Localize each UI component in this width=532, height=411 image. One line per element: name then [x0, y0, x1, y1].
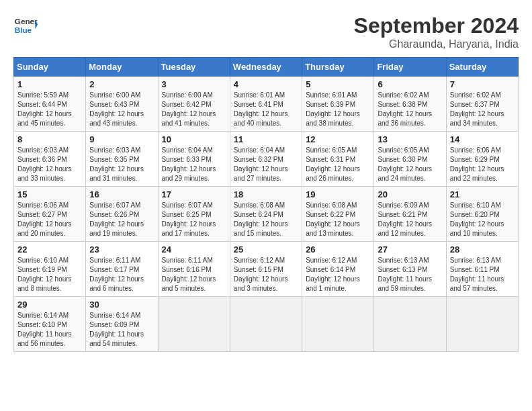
day-number: 18: [234, 189, 298, 199]
weekday-header-cell: Monday: [86, 58, 158, 77]
day-number: 4: [234, 79, 298, 89]
calendar-week-row: 1Sunrise: 5:59 AM Sunset: 6:44 PM Daylig…: [14, 77, 519, 132]
calendar-table: SundayMondayTuesdayWednesdayThursdayFrid…: [13, 57, 519, 352]
calendar-day-cell: 23Sunrise: 6:11 AM Sunset: 6:17 PM Dayli…: [86, 242, 158, 297]
weekday-header-cell: Friday: [374, 58, 446, 77]
day-number: 8: [17, 134, 82, 144]
day-number: 24: [162, 244, 226, 255]
day-info: Sunrise: 6:09 AM Sunset: 6:21 PM Dayligh…: [378, 201, 442, 238]
day-info: Sunrise: 6:03 AM Sunset: 6:35 PM Dayligh…: [89, 146, 154, 183]
day-info: Sunrise: 6:08 AM Sunset: 6:24 PM Dayligh…: [234, 201, 298, 238]
weekday-header-cell: Saturday: [446, 58, 518, 77]
calendar-week-row: 29Sunrise: 6:14 AM Sunset: 6:10 PM Dayli…: [14, 297, 519, 352]
calendar-day-cell: 11Sunrise: 6:04 AM Sunset: 6:32 PM Dayli…: [230, 132, 302, 187]
day-number: 23: [89, 244, 154, 255]
day-number: 2: [89, 79, 154, 89]
calendar-day-cell: 15Sunrise: 6:06 AM Sunset: 6:27 PM Dayli…: [14, 187, 86, 242]
day-number: 29: [17, 300, 82, 310]
calendar-day-cell: 5Sunrise: 6:01 AM Sunset: 6:39 PM Daylig…: [302, 77, 374, 132]
calendar-day-cell: [158, 297, 230, 352]
day-info: Sunrise: 6:14 AM Sunset: 6:10 PM Dayligh…: [17, 311, 82, 349]
day-number: 15: [17, 189, 82, 199]
calendar-day-cell: 7Sunrise: 6:02 AM Sunset: 6:37 PM Daylig…: [446, 77, 518, 132]
title-block: September 2024 Gharaunda, Haryana, India: [354, 13, 519, 50]
day-number: 13: [378, 134, 442, 144]
day-info: Sunrise: 6:03 AM Sunset: 6:36 PM Dayligh…: [17, 146, 82, 183]
calendar-day-cell: [446, 297, 518, 352]
calendar-day-cell: 20Sunrise: 6:09 AM Sunset: 6:21 PM Dayli…: [374, 187, 446, 242]
calendar-day-cell: 28Sunrise: 6:13 AM Sunset: 6:11 PM Dayli…: [446, 242, 518, 297]
day-info: Sunrise: 6:11 AM Sunset: 6:16 PM Dayligh…: [162, 256, 226, 293]
weekday-header-cell: Wednesday: [230, 58, 302, 77]
logo: General Blue: [13, 13, 38, 38]
day-number: 28: [450, 244, 515, 255]
day-info: Sunrise: 6:12 AM Sunset: 6:14 PM Dayligh…: [306, 256, 370, 293]
day-info: Sunrise: 6:07 AM Sunset: 6:25 PM Dayligh…: [162, 201, 226, 238]
calendar-day-cell: 12Sunrise: 6:05 AM Sunset: 6:31 PM Dayli…: [302, 132, 374, 187]
calendar-day-cell: 21Sunrise: 6:10 AM Sunset: 6:20 PM Dayli…: [446, 187, 518, 242]
day-info: Sunrise: 6:06 AM Sunset: 6:27 PM Dayligh…: [17, 201, 82, 238]
day-info: Sunrise: 6:08 AM Sunset: 6:22 PM Dayligh…: [306, 201, 370, 238]
day-info: Sunrise: 6:00 AM Sunset: 6:43 PM Dayligh…: [89, 91, 154, 128]
month-year: September 2024: [354, 13, 519, 38]
logo-icon: General Blue: [13, 13, 38, 38]
calendar-day-cell: 16Sunrise: 6:07 AM Sunset: 6:26 PM Dayli…: [86, 187, 158, 242]
day-number: 7: [450, 79, 515, 89]
calendar-day-cell: [302, 297, 374, 352]
calendar-day-cell: 13Sunrise: 6:05 AM Sunset: 6:30 PM Dayli…: [374, 132, 446, 187]
day-number: 21: [450, 189, 515, 199]
day-number: 20: [378, 189, 442, 199]
svg-text:Blue: Blue: [15, 26, 32, 34]
calendar-day-cell: 29Sunrise: 6:14 AM Sunset: 6:10 PM Dayli…: [14, 297, 86, 352]
weekday-header-row: SundayMondayTuesdayWednesdayThursdayFrid…: [14, 58, 519, 77]
calendar-day-cell: 8Sunrise: 6:03 AM Sunset: 6:36 PM Daylig…: [14, 132, 86, 187]
calendar-day-cell: 9Sunrise: 6:03 AM Sunset: 6:35 PM Daylig…: [86, 132, 158, 187]
calendar-day-cell: 2Sunrise: 6:00 AM Sunset: 6:43 PM Daylig…: [86, 77, 158, 132]
calendar-day-cell: [230, 297, 302, 352]
day-number: 26: [306, 244, 370, 255]
day-number: 30: [89, 300, 154, 310]
calendar-body: 1Sunrise: 5:59 AM Sunset: 6:44 PM Daylig…: [14, 77, 519, 352]
day-number: 19: [306, 189, 370, 199]
day-info: Sunrise: 6:04 AM Sunset: 6:33 PM Dayligh…: [162, 146, 226, 183]
day-info: Sunrise: 6:14 AM Sunset: 6:09 PM Dayligh…: [89, 311, 154, 349]
day-number: 12: [306, 134, 370, 144]
day-number: 9: [89, 134, 154, 144]
calendar-day-cell: 1Sunrise: 5:59 AM Sunset: 6:44 PM Daylig…: [14, 77, 86, 132]
calendar-day-cell: 4Sunrise: 6:01 AM Sunset: 6:41 PM Daylig…: [230, 77, 302, 132]
day-number: 1: [17, 79, 82, 89]
calendar-day-cell: 10Sunrise: 6:04 AM Sunset: 6:33 PM Dayli…: [158, 132, 230, 187]
calendar-day-cell: 26Sunrise: 6:12 AM Sunset: 6:14 PM Dayli…: [302, 242, 374, 297]
page-header: General Blue September 2024 Gharaunda, H…: [13, 13, 519, 50]
calendar-day-cell: 30Sunrise: 6:14 AM Sunset: 6:09 PM Dayli…: [86, 297, 158, 352]
day-info: Sunrise: 6:12 AM Sunset: 6:15 PM Dayligh…: [234, 256, 298, 293]
calendar-week-row: 8Sunrise: 6:03 AM Sunset: 6:36 PM Daylig…: [14, 132, 519, 187]
day-number: 10: [162, 134, 226, 144]
calendar-day-cell: 18Sunrise: 6:08 AM Sunset: 6:24 PM Dayli…: [230, 187, 302, 242]
day-info: Sunrise: 6:00 AM Sunset: 6:42 PM Dayligh…: [162, 91, 226, 128]
day-number: 27: [378, 244, 442, 255]
weekday-header-cell: Tuesday: [158, 58, 230, 77]
calendar-day-cell: 25Sunrise: 6:12 AM Sunset: 6:15 PM Dayli…: [230, 242, 302, 297]
day-info: Sunrise: 6:13 AM Sunset: 6:13 PM Dayligh…: [378, 256, 442, 293]
day-info: Sunrise: 6:01 AM Sunset: 6:41 PM Dayligh…: [234, 91, 298, 128]
day-number: 6: [378, 79, 442, 89]
calendar-day-cell: 6Sunrise: 6:02 AM Sunset: 6:38 PM Daylig…: [374, 77, 446, 132]
day-info: Sunrise: 6:01 AM Sunset: 6:39 PM Dayligh…: [306, 91, 370, 128]
calendar-day-cell: 24Sunrise: 6:11 AM Sunset: 6:16 PM Dayli…: [158, 242, 230, 297]
calendar-day-cell: 22Sunrise: 6:10 AM Sunset: 6:19 PM Dayli…: [14, 242, 86, 297]
location: Gharaunda, Haryana, India: [354, 38, 519, 50]
weekday-header-cell: Sunday: [14, 58, 86, 77]
day-number: 22: [17, 244, 82, 255]
calendar-day-cell: [374, 297, 446, 352]
day-number: 14: [450, 134, 515, 144]
calendar-day-cell: 17Sunrise: 6:07 AM Sunset: 6:25 PM Dayli…: [158, 187, 230, 242]
day-info: Sunrise: 6:10 AM Sunset: 6:20 PM Dayligh…: [450, 201, 515, 238]
day-info: Sunrise: 6:06 AM Sunset: 6:29 PM Dayligh…: [450, 146, 515, 183]
day-info: Sunrise: 6:11 AM Sunset: 6:17 PM Dayligh…: [89, 256, 154, 293]
calendar-week-row: 15Sunrise: 6:06 AM Sunset: 6:27 PM Dayli…: [14, 187, 519, 242]
day-number: 11: [234, 134, 298, 144]
calendar-day-cell: 3Sunrise: 6:00 AM Sunset: 6:42 PM Daylig…: [158, 77, 230, 132]
day-number: 16: [89, 189, 154, 199]
day-info: Sunrise: 5:59 AM Sunset: 6:44 PM Dayligh…: [17, 91, 82, 128]
